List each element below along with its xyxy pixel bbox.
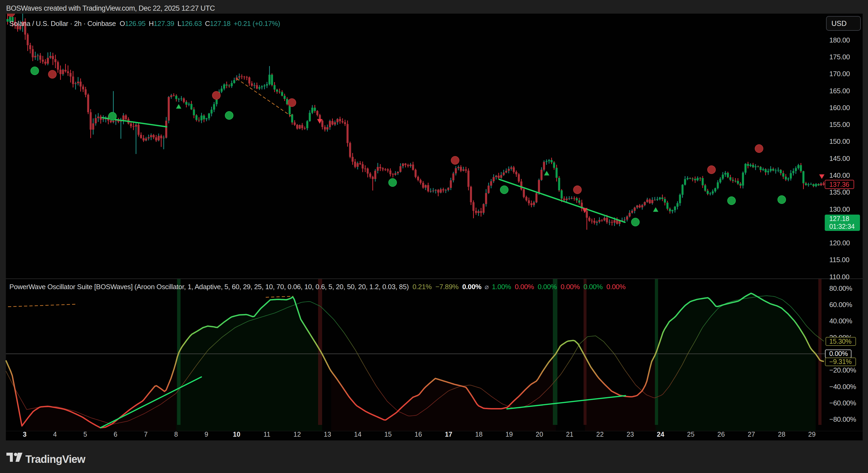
svg-text:−20.00%: −20.00% xyxy=(829,366,856,374)
svg-text:26: 26 xyxy=(717,431,725,438)
svg-text:−40.00%: −40.00% xyxy=(829,383,856,391)
svg-text:18: 18 xyxy=(475,431,483,438)
svg-text:3: 3 xyxy=(23,431,26,438)
svg-text:5: 5 xyxy=(83,431,87,438)
svg-text:165.00: 165.00 xyxy=(829,87,850,95)
svg-text:10: 10 xyxy=(233,431,240,438)
svg-text:15.30%: 15.30% xyxy=(829,337,851,345)
svg-text:80.00%: 80.00% xyxy=(829,284,852,292)
svg-text:13: 13 xyxy=(324,431,331,438)
svg-text:USD: USD xyxy=(831,20,847,28)
svg-text:155.00: 155.00 xyxy=(829,120,850,128)
svg-text:115.00: 115.00 xyxy=(829,256,849,264)
svg-text:160.00: 160.00 xyxy=(829,104,850,112)
svg-text:130.00: 130.00 xyxy=(829,205,850,213)
svg-text:25: 25 xyxy=(687,431,695,438)
svg-text:120.00: 120.00 xyxy=(829,239,850,247)
svg-text:4: 4 xyxy=(53,431,57,438)
svg-text:TradingView: TradingView xyxy=(25,453,86,465)
svg-text:60.00%: 60.00% xyxy=(829,301,852,309)
svg-text:6: 6 xyxy=(114,431,118,438)
svg-text:9: 9 xyxy=(205,431,208,438)
svg-text:170.00: 170.00 xyxy=(829,70,850,78)
svg-text:15: 15 xyxy=(384,431,392,438)
svg-text:7: 7 xyxy=(144,431,148,438)
svg-text:24: 24 xyxy=(657,431,664,438)
svg-text:137.36: 137.36 xyxy=(829,181,849,188)
svg-text:8: 8 xyxy=(174,431,178,438)
svg-text:28: 28 xyxy=(778,431,785,438)
svg-text:0.00%: 0.00% xyxy=(829,350,848,357)
svg-text:PowerWave Oscillator Suite [BO: PowerWave Oscillator Suite [BOSWaves] (A… xyxy=(9,283,625,291)
svg-text:135.00: 135.00 xyxy=(829,188,850,196)
svg-text:150.00: 150.00 xyxy=(829,137,850,145)
svg-text:23: 23 xyxy=(626,431,634,438)
svg-text:21: 21 xyxy=(566,431,574,438)
svg-text:−9.31%: −9.31% xyxy=(829,358,852,365)
svg-text:29: 29 xyxy=(808,431,816,438)
svg-text:40.00%: 40.00% xyxy=(829,317,852,325)
svg-text:180.00: 180.00 xyxy=(829,36,850,44)
svg-text:110.00: 110.00 xyxy=(829,273,849,281)
svg-text:27: 27 xyxy=(748,431,755,438)
svg-text:−60.00%: −60.00% xyxy=(829,399,856,407)
svg-text:16: 16 xyxy=(414,431,422,438)
svg-text:20: 20 xyxy=(536,431,543,438)
svg-text:12: 12 xyxy=(293,431,301,438)
svg-text:145.00: 145.00 xyxy=(829,154,850,162)
svg-text:01:32:34: 01:32:34 xyxy=(829,223,855,230)
svg-text:175.00: 175.00 xyxy=(829,53,850,61)
svg-text:140.00: 140.00 xyxy=(829,171,850,179)
svg-text:−80.00%: −80.00% xyxy=(829,415,856,423)
svg-text:14: 14 xyxy=(354,431,362,438)
svg-text:17: 17 xyxy=(445,431,453,438)
svg-text:19: 19 xyxy=(505,431,513,438)
svg-text:127.18: 127.18 xyxy=(829,215,849,222)
svg-text:22: 22 xyxy=(596,431,603,438)
svg-text:11: 11 xyxy=(264,431,270,438)
svg-text:BOSWaves created with TradingV: BOSWaves created with TradingView.com, D… xyxy=(6,4,215,12)
svg-text:Solana / U.S. Dollar · 2h · Co: Solana / U.S. Dollar · 2h · CoinbaseO126… xyxy=(9,20,280,28)
